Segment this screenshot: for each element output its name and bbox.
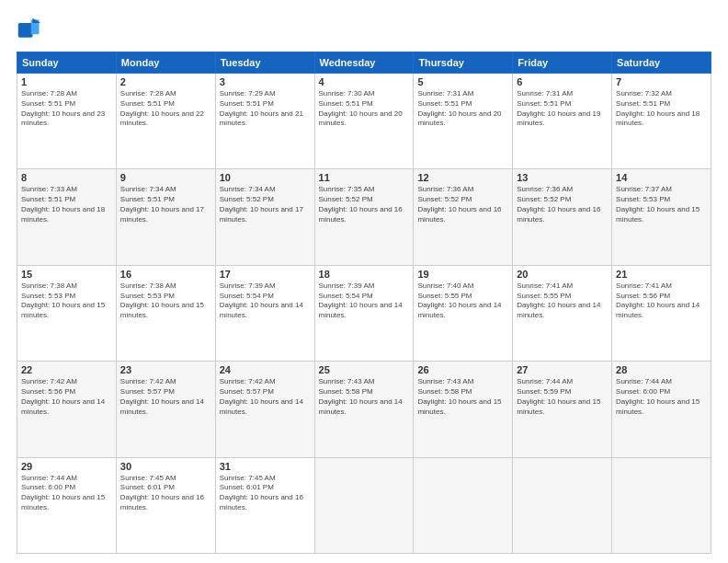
day-number: 5 <box>417 76 508 87</box>
day-info: Sunrise: 7:30 AM Sunset: 5:51 PM Dayligh… <box>319 89 410 129</box>
day-number: 13 <box>517 172 608 183</box>
header-wednesday: Wednesday <box>314 52 414 74</box>
calendar-cell: 31 Sunrise: 7:45 AM Sunset: 6:01 PM Dayl… <box>215 457 314 553</box>
logo-icon <box>17 17 42 42</box>
calendar-week-row: 8 Sunrise: 7:33 AM Sunset: 5:51 PM Dayli… <box>17 169 711 265</box>
calendar-cell: 8 Sunrise: 7:33 AM Sunset: 5:51 PM Dayli… <box>17 169 117 265</box>
calendar-cell: 22 Sunrise: 7:42 AM Sunset: 5:56 PM Dayl… <box>17 362 117 457</box>
day-number: 9 <box>120 172 211 183</box>
header <box>17 17 711 42</box>
day-info: Sunrise: 7:41 AM Sunset: 5:56 PM Dayligh… <box>616 282 707 321</box>
day-info: Sunrise: 7:35 AM Sunset: 5:52 PM Dayligh… <box>319 185 410 224</box>
day-info: Sunrise: 7:34 AM Sunset: 5:52 PM Dayligh… <box>220 185 311 224</box>
calendar-cell: 6 Sunrise: 7:31 AM Sunset: 5:51 PM Dayli… <box>513 74 612 169</box>
calendar-cell: 9 Sunrise: 7:34 AM Sunset: 5:51 PM Dayli… <box>116 169 215 265</box>
day-info: Sunrise: 7:40 AM Sunset: 5:55 PM Dayligh… <box>417 282 508 321</box>
calendar-cell: 15 Sunrise: 7:38 AM Sunset: 5:53 PM Dayl… <box>17 265 117 361</box>
calendar-table: Sunday Monday Tuesday Wednesday Thursday… <box>17 52 711 554</box>
calendar-cell: 12 Sunrise: 7:36 AM Sunset: 5:52 PM Dayl… <box>414 169 513 265</box>
day-number: 27 <box>517 364 608 375</box>
calendar-cell: 30 Sunrise: 7:45 AM Sunset: 6:01 PM Dayl… <box>116 457 215 553</box>
logo <box>17 17 46 42</box>
day-info: Sunrise: 7:29 AM Sunset: 5:51 PM Dayligh… <box>220 89 311 129</box>
day-info: Sunrise: 7:45 AM Sunset: 6:01 PM Dayligh… <box>120 474 211 513</box>
calendar-cell: 3 Sunrise: 7:29 AM Sunset: 5:51 PM Dayli… <box>215 74 314 169</box>
day-number: 19 <box>417 269 508 280</box>
day-number: 28 <box>616 364 707 375</box>
day-info: Sunrise: 7:42 AM Sunset: 5:57 PM Dayligh… <box>120 377 211 417</box>
calendar-cell: 28 Sunrise: 7:44 AM Sunset: 6:00 PM Dayl… <box>612 362 711 457</box>
day-number: 2 <box>120 76 211 87</box>
calendar-cell: 29 Sunrise: 7:44 AM Sunset: 6:00 PM Dayl… <box>17 457 117 553</box>
calendar-cell: 26 Sunrise: 7:43 AM Sunset: 5:58 PM Dayl… <box>414 362 513 457</box>
day-info: Sunrise: 7:33 AM Sunset: 5:51 PM Dayligh… <box>21 185 112 224</box>
calendar-cell: 7 Sunrise: 7:32 AM Sunset: 5:51 PM Dayli… <box>612 74 711 169</box>
day-number: 10 <box>220 172 311 183</box>
calendar-cell: 20 Sunrise: 7:41 AM Sunset: 5:55 PM Dayl… <box>513 265 612 361</box>
day-number: 24 <box>220 364 311 375</box>
calendar-cell: 27 Sunrise: 7:44 AM Sunset: 5:59 PM Dayl… <box>513 362 612 457</box>
calendar-cell <box>513 457 612 553</box>
calendar-cell: 5 Sunrise: 7:31 AM Sunset: 5:51 PM Dayli… <box>414 74 513 169</box>
day-info: Sunrise: 7:38 AM Sunset: 5:53 PM Dayligh… <box>120 282 211 321</box>
day-number: 14 <box>616 172 707 183</box>
day-number: 25 <box>319 364 410 375</box>
calendar-week-row: 1 Sunrise: 7:28 AM Sunset: 5:51 PM Dayli… <box>17 74 711 169</box>
day-info: Sunrise: 7:38 AM Sunset: 5:53 PM Dayligh… <box>21 282 112 321</box>
day-number: 3 <box>220 76 311 87</box>
calendar-cell <box>314 457 414 553</box>
header-sunday: Sunday <box>17 52 117 74</box>
day-info: Sunrise: 7:37 AM Sunset: 5:53 PM Dayligh… <box>616 185 707 224</box>
calendar-cell: 1 Sunrise: 7:28 AM Sunset: 5:51 PM Dayli… <box>17 74 117 169</box>
calendar-cell <box>414 457 513 553</box>
day-number: 23 <box>120 364 211 375</box>
svg-marker-2 <box>33 18 41 23</box>
weekday-header-row: Sunday Monday Tuesday Wednesday Thursday… <box>17 52 711 74</box>
calendar-cell: 4 Sunrise: 7:30 AM Sunset: 5:51 PM Dayli… <box>314 74 414 169</box>
day-info: Sunrise: 7:28 AM Sunset: 5:51 PM Dayligh… <box>120 89 211 129</box>
day-info: Sunrise: 7:45 AM Sunset: 6:01 PM Dayligh… <box>220 474 311 513</box>
day-info: Sunrise: 7:32 AM Sunset: 5:51 PM Dayligh… <box>616 89 707 129</box>
day-info: Sunrise: 7:42 AM Sunset: 5:56 PM Dayligh… <box>21 377 112 417</box>
day-info: Sunrise: 7:36 AM Sunset: 5:52 PM Dayligh… <box>517 185 608 224</box>
calendar-cell: 14 Sunrise: 7:37 AM Sunset: 5:53 PM Dayl… <box>612 169 711 265</box>
calendar-cell: 2 Sunrise: 7:28 AM Sunset: 5:51 PM Dayli… <box>116 74 215 169</box>
calendar-cell: 25 Sunrise: 7:43 AM Sunset: 5:58 PM Dayl… <box>314 362 414 457</box>
day-number: 30 <box>120 461 211 472</box>
calendar-cell: 23 Sunrise: 7:42 AM Sunset: 5:57 PM Dayl… <box>116 362 215 457</box>
day-info: Sunrise: 7:44 AM Sunset: 6:00 PM Dayligh… <box>616 377 707 417</box>
day-info: Sunrise: 7:31 AM Sunset: 5:51 PM Dayligh… <box>417 89 508 129</box>
day-info: Sunrise: 7:44 AM Sunset: 5:59 PM Dayligh… <box>517 377 608 417</box>
day-number: 8 <box>21 172 112 183</box>
calendar-cell: 21 Sunrise: 7:41 AM Sunset: 5:56 PM Dayl… <box>612 265 711 361</box>
day-number: 31 <box>220 461 311 472</box>
header-monday: Monday <box>116 52 215 74</box>
day-number: 29 <box>21 461 112 472</box>
calendar-week-row: 22 Sunrise: 7:42 AM Sunset: 5:56 PM Dayl… <box>17 362 711 457</box>
svg-rect-0 <box>18 23 33 38</box>
calendar-cell: 11 Sunrise: 7:35 AM Sunset: 5:52 PM Dayl… <box>314 169 414 265</box>
day-info: Sunrise: 7:44 AM Sunset: 6:00 PM Dayligh… <box>21 474 112 513</box>
day-number: 11 <box>319 172 410 183</box>
calendar-cell: 17 Sunrise: 7:39 AM Sunset: 5:54 PM Dayl… <box>215 265 314 361</box>
calendar-cell <box>612 457 711 553</box>
day-number: 6 <box>517 76 608 87</box>
day-info: Sunrise: 7:39 AM Sunset: 5:54 PM Dayligh… <box>319 282 410 321</box>
calendar-cell: 18 Sunrise: 7:39 AM Sunset: 5:54 PM Dayl… <box>314 265 414 361</box>
day-number: 16 <box>120 269 211 280</box>
day-number: 12 <box>417 172 508 183</box>
day-info: Sunrise: 7:36 AM Sunset: 5:52 PM Dayligh… <box>417 185 508 224</box>
day-info: Sunrise: 7:41 AM Sunset: 5:55 PM Dayligh… <box>517 282 608 321</box>
day-info: Sunrise: 7:39 AM Sunset: 5:54 PM Dayligh… <box>220 282 311 321</box>
calendar-cell: 19 Sunrise: 7:40 AM Sunset: 5:55 PM Dayl… <box>414 265 513 361</box>
calendar-cell: 10 Sunrise: 7:34 AM Sunset: 5:52 PM Dayl… <box>215 169 314 265</box>
calendar-cell: 13 Sunrise: 7:36 AM Sunset: 5:52 PM Dayl… <box>513 169 612 265</box>
page: Sunday Monday Tuesday Wednesday Thursday… <box>0 0 728 563</box>
day-number: 15 <box>21 269 112 280</box>
day-info: Sunrise: 7:31 AM Sunset: 5:51 PM Dayligh… <box>517 89 608 129</box>
day-number: 21 <box>616 269 707 280</box>
calendar-cell: 24 Sunrise: 7:42 AM Sunset: 5:57 PM Dayl… <box>215 362 314 457</box>
calendar-cell: 16 Sunrise: 7:38 AM Sunset: 5:53 PM Dayl… <box>116 265 215 361</box>
day-number: 20 <box>517 269 608 280</box>
day-number: 26 <box>417 364 508 375</box>
